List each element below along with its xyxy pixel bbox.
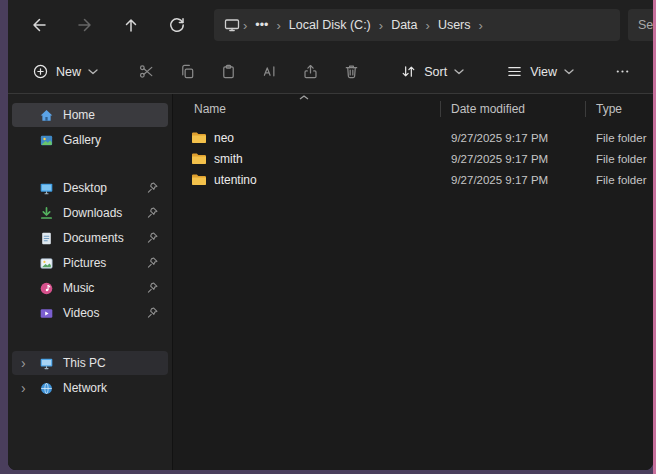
copy-button[interactable] bbox=[171, 56, 204, 88]
more-options-button[interactable] bbox=[606, 56, 639, 88]
folder-icon bbox=[191, 131, 207, 144]
sidebar-item-label: Network bbox=[63, 381, 107, 395]
sidebar-item-documents[interactable]: Documents bbox=[12, 226, 168, 250]
share-button[interactable] bbox=[294, 56, 327, 88]
file-type: File folder bbox=[586, 132, 653, 144]
rename-icon bbox=[261, 63, 278, 80]
file-type: File folder bbox=[586, 153, 653, 165]
tree-expander-icon[interactable]: › bbox=[18, 356, 38, 370]
sidebar-item-label: Videos bbox=[63, 306, 99, 320]
back-button[interactable] bbox=[22, 8, 56, 42]
sidebar-item-network[interactable]: › Network bbox=[12, 376, 168, 400]
music-icon bbox=[38, 280, 54, 296]
paste-button[interactable] bbox=[212, 56, 245, 88]
ellipsis-icon bbox=[614, 63, 631, 80]
folder-icon bbox=[191, 173, 207, 186]
file-explorer-window: › ••• › Local Disk (C:) › Data › Users ›… bbox=[8, 0, 653, 470]
unpin-icon[interactable] bbox=[146, 256, 159, 269]
breadcrumb-overflow-button[interactable]: ••• bbox=[248, 15, 275, 35]
forward-arrow-icon bbox=[76, 16, 94, 34]
sidebar-item-pictures[interactable]: Pictures bbox=[12, 251, 168, 275]
back-arrow-icon bbox=[30, 16, 48, 34]
breadcrumb-item-data[interactable]: Data bbox=[384, 15, 424, 35]
sidebar-item-this-pc[interactable]: › This PC bbox=[12, 351, 168, 375]
file-name: smith bbox=[214, 152, 243, 166]
paste-clipboard-icon bbox=[220, 63, 237, 80]
breadcrumb-item-users[interactable]: Users bbox=[431, 15, 478, 35]
sidebar-item-label: Music bbox=[63, 281, 94, 295]
column-header-type[interactable]: Type bbox=[586, 98, 653, 120]
trash-icon bbox=[343, 63, 360, 80]
file-name: neo bbox=[214, 131, 234, 145]
chevron-down-icon bbox=[454, 69, 464, 75]
refresh-icon bbox=[168, 16, 186, 34]
location-device-icon[interactable] bbox=[224, 17, 240, 33]
sidebar-item-home[interactable]: Home bbox=[12, 103, 168, 127]
sidebar-item-videos[interactable]: Videos bbox=[12, 301, 168, 325]
file-row-smith[interactable]: smith 9/27/2025 9:17 PM File folder bbox=[173, 148, 653, 169]
address-bar[interactable]: › ••• › Local Disk (C:) › Data › Users › bbox=[214, 9, 620, 41]
column-header-date-modified[interactable]: Date modified bbox=[441, 98, 586, 120]
file-row-neo[interactable]: neo 9/27/2025 9:17 PM File folder bbox=[173, 127, 653, 148]
unpin-icon[interactable] bbox=[146, 181, 159, 194]
chevron-down-icon bbox=[88, 69, 98, 75]
sidebar-item-label: Downloads bbox=[63, 206, 122, 220]
pictures-icon bbox=[38, 255, 54, 271]
documents-icon bbox=[38, 230, 54, 246]
copy-icon bbox=[179, 63, 196, 80]
share-icon bbox=[302, 63, 319, 80]
column-header-name[interactable]: Name bbox=[173, 98, 441, 120]
refresh-button[interactable] bbox=[160, 8, 194, 42]
folder-icon bbox=[191, 152, 207, 165]
downloads-icon bbox=[38, 205, 54, 221]
delete-button[interactable] bbox=[335, 56, 368, 88]
sidebar-item-music[interactable]: Music bbox=[12, 276, 168, 300]
sort-button[interactable]: Sort bbox=[390, 56, 474, 88]
content-area: Home Gallery Desktop bbox=[8, 94, 653, 470]
sidebar-item-label: This PC bbox=[63, 356, 106, 370]
file-date-modified: 9/27/2025 9:17 PM bbox=[441, 153, 586, 165]
unpin-icon[interactable] bbox=[146, 206, 159, 219]
new-plus-icon bbox=[32, 63, 49, 80]
tree-expander-icon[interactable]: › bbox=[18, 381, 38, 395]
file-date-modified: 9/27/2025 9:17 PM bbox=[441, 132, 586, 144]
sort-arrows-icon bbox=[400, 63, 417, 80]
sidebar-item-label: Gallery bbox=[63, 133, 101, 147]
chevron-down-icon bbox=[564, 69, 574, 75]
unpin-icon[interactable] bbox=[146, 231, 159, 244]
cut-scissors-icon bbox=[138, 63, 155, 80]
breadcrumb-item-drive[interactable]: Local Disk (C:) bbox=[282, 15, 378, 35]
command-bar: New Sort bbox=[8, 50, 653, 94]
network-icon bbox=[38, 380, 54, 396]
unpin-icon[interactable] bbox=[146, 306, 159, 319]
sidebar-item-desktop[interactable]: Desktop bbox=[12, 176, 168, 200]
cut-button[interactable] bbox=[130, 56, 163, 88]
up-button[interactable] bbox=[114, 8, 148, 42]
sidebar-item-label: Desktop bbox=[63, 181, 107, 195]
view-button[interactable]: View bbox=[496, 56, 584, 88]
view-button-label: View bbox=[530, 65, 557, 79]
file-row-utentino[interactable]: utentino 9/27/2025 9:17 PM File folder bbox=[173, 169, 653, 190]
sidebar-item-downloads[interactable]: Downloads bbox=[12, 201, 168, 225]
desktop-icon bbox=[38, 180, 54, 196]
breadcrumb-separator-icon: › bbox=[275, 18, 281, 33]
new-button[interactable]: New bbox=[22, 56, 108, 88]
view-list-icon bbox=[506, 63, 523, 80]
search-placeholder: Search Users bbox=[638, 18, 653, 32]
file-name: utentino bbox=[214, 173, 257, 187]
breadcrumb-separator-icon: › bbox=[478, 18, 484, 33]
file-type: File folder bbox=[586, 174, 653, 186]
sidebar-item-label: Pictures bbox=[63, 256, 106, 270]
rename-button[interactable] bbox=[253, 56, 286, 88]
up-arrow-icon bbox=[122, 16, 140, 34]
sidebar-item-gallery[interactable]: Gallery bbox=[12, 128, 168, 152]
navigation-pane: Home Gallery Desktop bbox=[8, 94, 172, 470]
file-date-modified: 9/27/2025 9:17 PM bbox=[441, 174, 586, 186]
forward-button[interactable] bbox=[68, 8, 102, 42]
sort-button-label: Sort bbox=[424, 65, 447, 79]
unpin-icon[interactable] bbox=[146, 281, 159, 294]
file-list-pane: Name Date modified Type neo 9/27/2025 9:… bbox=[172, 94, 653, 470]
search-input[interactable]: Search Users bbox=[628, 9, 653, 41]
new-button-label: New bbox=[56, 65, 81, 79]
videos-icon bbox=[38, 305, 54, 321]
